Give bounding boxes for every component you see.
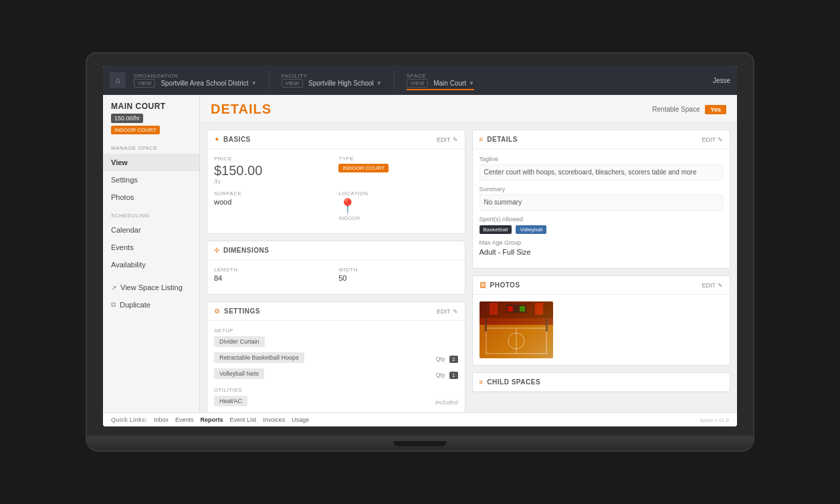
right-column: ≡ DETAILS EDIT ✎ [472,130,731,412]
details-edit-button[interactable]: EDIT ✎ [702,136,723,143]
content-area: DETAILS Rentable Space Yes [200,95,737,412]
length-value: 84 [214,274,333,282]
basics-card-header: ✦ BASICS EDIT ✎ [207,130,465,149]
details-card-header: ≡ DETAILS EDIT ✎ [473,130,730,149]
location-label: LOCATION [338,191,457,197]
svg-rect-12 [535,303,543,315]
link-reports[interactable]: Reports [201,416,223,423]
price-value: $150.00 [214,163,333,178]
utility-status: included [435,399,458,406]
type-badge-value: INDOOR COURT [338,164,389,172]
nets-qty-badge: 1 [449,372,457,379]
dimensions-card-body: LENGTH 84 WIDTH 50 [207,260,465,294]
sidebar-item-view[interactable]: View [103,154,199,171]
photos-card-body [473,295,730,365]
max-age-value: Adult - Full Size [480,248,724,256]
price-label: PRICE [214,156,333,162]
summary-label: Summary [480,186,724,193]
child-spaces-title: CHILD SPACES [487,378,540,386]
photos-card-header: 🖼 PHOTOS EDIT ✎ [473,276,730,295]
sidebar-item-events[interactable]: Events [103,239,199,256]
top-nav: ⌂ ORGANIZATION VIEW Sportville Area Scho… [103,66,737,95]
sidebar-item-calendar[interactable]: Calendar [103,221,199,239]
tagline-field: Tagline Center court with hoops, scorebo… [480,156,724,180]
details-card-body: Tagline Center court with hoops, scorebo… [473,149,730,268]
photos-edit-button[interactable]: EDIT ✎ [702,282,723,289]
version-text: Spotz v.11.8 [700,417,729,423]
laptop-notch [393,441,447,447]
org-arrow-icon: ▼ [251,80,257,86]
location-field: LOCATION 📍 INDOOR [338,191,457,221]
basics-card-body: PRICE $150.00 /hr TYPE INDOOR COURT [207,149,465,233]
details-edit-label: EDIT [702,136,716,143]
photos-edit-label: EDIT [702,282,716,289]
events-label: Events [111,243,134,251]
link-events[interactable]: Events [175,416,194,423]
space-view-btn[interactable]: VIEW [407,79,428,88]
org-view-btn[interactable]: VIEW [134,79,155,88]
scheduling-label: SCHEDULING [103,206,199,221]
svg-rect-10 [520,306,525,311]
width-label: WIDTH [338,267,457,273]
location-value: INDOOR [338,215,457,221]
basics-top-row: PRICE $150.00 /hr TYPE INDOOR COURT [214,156,458,191]
sidebar-item-settings[interactable]: Settings [103,171,199,188]
setup-item-divider: Divider Curtain [214,336,458,350]
dimensions-card: ✢ DIMENSIONS LENGTH 84 [207,241,465,295]
dimensions-title: DIMENSIONS [223,247,269,254]
tagline-label: Tagline [480,156,724,162]
nets-qty-label: Qty 1 [436,372,458,378]
hoops-qty-badge: 2 [449,356,457,363]
photos-card: 🖼 PHOTOS EDIT ✎ [472,275,731,366]
settings-card-body: SETUP Divider Curtain Retractable Basket… [207,321,465,412]
settings-card: ⚙ SETTINGS EDIT ✎ [207,301,465,412]
sidebar-header: MAIN COURT 150.00/hr INDOOR COURT [103,95,199,138]
sidebar-item-photos[interactable]: Photos [103,188,199,206]
photos-edit-icon: ✎ [718,282,723,289]
svg-rect-6 [485,318,487,332]
svg-rect-11 [490,303,498,315]
sidebar-item-duplicate[interactable]: ⧉ Duplicate [103,296,199,313]
link-inbox[interactable]: Inbox [154,416,169,423]
type-label: TYPE [338,156,457,162]
child-spaces-card: ≡ CHILD SPACES [472,372,731,392]
price-unit: /hr [214,178,333,185]
court-photo-thumbnail[interactable] [480,301,553,358]
setup-label: SETUP [214,328,458,334]
sidebar-item-view-listing[interactable]: ↗ View Space Listing [103,279,199,296]
link-event-list[interactable]: Event List [230,416,257,423]
hoops-qty-label: Qty 2 [436,356,458,362]
home-button[interactable]: ⌂ [110,72,126,88]
sidebar: MAIN COURT 150.00/hr INDOOR COURT MANAGE… [103,95,200,412]
space-arrow-icon: ▼ [469,80,474,86]
max-age-label: Max Age Group [480,239,724,246]
volleyball-badge: Volleyball [516,225,546,234]
rentable-toggle[interactable]: Yes [705,105,726,114]
dimensions-row: LENGTH 84 WIDTH 50 [214,267,458,287]
settings-edit-button[interactable]: EDIT ✎ [437,308,458,315]
rentable-space-row: Rentable Space Yes [652,105,726,114]
user-menu[interactable]: Jesse [713,77,730,84]
child-spaces-icon: ≡ [480,378,484,386]
utility-row: Heat/AC included [214,396,458,409]
link-invoices[interactable]: Invoices [263,416,285,423]
sidebar-item-availability[interactable]: Availability [103,256,199,273]
facility-view-btn[interactable]: VIEW [282,79,303,88]
settings-label: Settings [111,176,138,184]
basics-edit-button[interactable]: EDIT ✎ [437,136,458,143]
setup-items: Divider Curtain Retractable Basketball H… [214,336,458,382]
sports-label: Sport(s) Allowed [480,216,724,223]
settings-edit-icon: ✎ [453,308,458,315]
basics-title: BASICS [223,136,251,143]
page-header: DETAILS Rentable Space Yes [200,95,737,123]
space-value: Main Court [433,80,466,87]
details-edit-icon: ✎ [718,136,723,143]
price-field: PRICE $150.00 /hr [214,156,333,185]
view-listing-label: View Space Listing [120,283,183,291]
nav-divider-1 [269,70,270,90]
rentable-space-label: Rentable Space [652,106,700,113]
space-section: SPACE VIEW Main Court ▼ [407,73,474,88]
link-usage[interactable]: Usage [292,416,309,423]
width-value: 50 [338,274,457,282]
space-label: SPACE [407,73,474,79]
